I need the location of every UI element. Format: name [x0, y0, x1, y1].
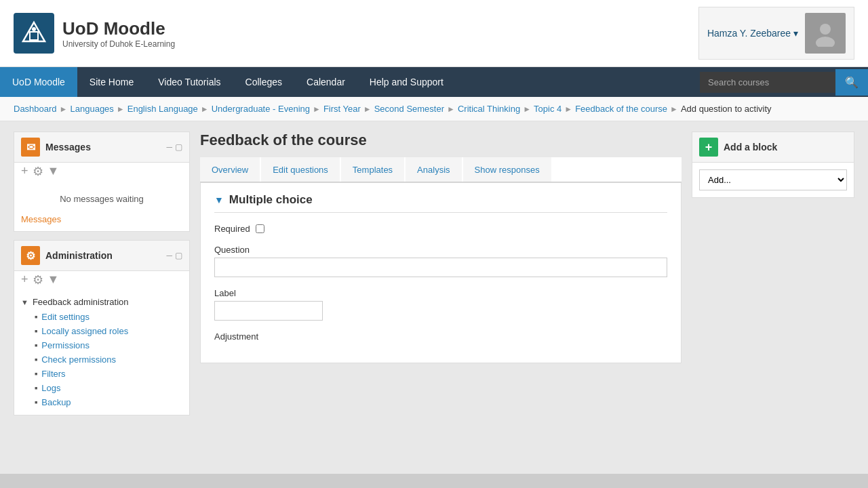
svg-point-4 [816, 37, 835, 47]
admin-item-locally-assigned-roles[interactable]: Locally assigned roles [35, 324, 182, 338]
messages-block-actions: + ⚙ ▼ [14, 163, 189, 180]
tab-edit-questions[interactable]: Edit questions [261, 157, 340, 182]
question-input[interactable] [214, 258, 667, 277]
feedback-admin-arrow: ▼ [21, 298, 28, 306]
tab-analysis[interactable]: Analysis [406, 157, 461, 182]
logo-area: UoD Moodle University of Duhok E-Learnin… [14, 13, 175, 54]
logo-text: UoD Moodle University of Duhok E-Learnin… [62, 18, 175, 49]
breadcrumb-second-semester[interactable]: Second Semester [374, 104, 444, 114]
messages-add-action[interactable]: + [21, 164, 28, 179]
add-block: + Add a block Add... [692, 131, 854, 198]
add-block-title: Add a block [724, 142, 777, 152]
site-subtitle: University of Duhok E-Learning [62, 39, 175, 49]
breadcrumb-languages[interactable]: Languages [71, 104, 114, 114]
messages-dropdown-icon[interactable]: ▼ [47, 164, 60, 179]
avatar [805, 13, 846, 54]
logo-icon [14, 13, 54, 54]
label-label: Label [214, 288, 667, 298]
add-block-select-row: Add... [699, 169, 847, 190]
admin-item-check-permissions[interactable]: Check permissions [35, 352, 182, 367]
form-section: ▼ Multiple choice Required Question Labe… [200, 182, 682, 363]
feedback-admin-label: Feedback administration [33, 297, 129, 307]
search-input[interactable] [700, 72, 835, 93]
admin-list: ▼ Feedback administration Edit settings … [14, 289, 189, 415]
content-tabs: Overview Edit questions Templates Analys… [200, 157, 682, 182]
right-sidebar: + Add a block Add... [692, 131, 854, 464]
page-title: Feedback of the course [200, 131, 682, 149]
site-title: UoD Moodle [62, 18, 175, 39]
add-block-header: + Add a block [692, 132, 854, 163]
administration-block-header: ⚙ Administration ─ ▢ [14, 241, 189, 271]
breadcrumb-feedback[interactable]: Feedback of the course [575, 104, 667, 114]
admin-add-action[interactable]: + [21, 272, 28, 287]
main-layout: ✉ Messages ─ ▢ + ⚙ ▼ No messages waiting… [0, 121, 868, 474]
required-label: Required [214, 224, 250, 234]
nav-site-home[interactable]: Site Home [77, 67, 146, 97]
nav-search-area: 🔍 [700, 69, 868, 96]
navbar: UoD Moodle Site Home Video Tutorials Col… [0, 67, 868, 97]
question-row: Question [214, 245, 667, 277]
messages-block: ✉ Messages ─ ▢ + ⚙ ▼ No messages waiting… [14, 131, 190, 232]
section-collapse-icon[interactable]: ▼ [214, 195, 224, 205]
breadcrumb-critical-thinking[interactable]: Critical Thinking [458, 104, 520, 114]
add-block-select[interactable]: Add... [699, 169, 847, 190]
messages-block-header: ✉ Messages ─ ▢ [14, 132, 189, 163]
nav-uod-moodle[interactable]: UoD Moodle [0, 67, 77, 97]
header: UoD Moodle University of Duhok E-Learnin… [0, 0, 868, 67]
breadcrumb-dashboard[interactable]: Dashboard [14, 104, 57, 114]
label-row: Label [214, 288, 667, 321]
admin-item-edit-settings[interactable]: Edit settings [35, 310, 182, 324]
breadcrumb-topic4[interactable]: Topic 4 [534, 104, 561, 114]
nav-video-tutorials[interactable]: Video Tutorials [146, 67, 233, 97]
required-checkbox[interactable] [256, 224, 264, 233]
no-messages-text: No messages waiting [21, 187, 182, 211]
messages-gear-icon[interactable]: ⚙ [33, 164, 43, 179]
question-label: Question [214, 245, 667, 255]
user-area[interactable]: Hamza Y. Zeebaree ▾ [698, 7, 854, 60]
tab-templates[interactable]: Templates [341, 157, 404, 182]
tab-overview[interactable]: Overview [200, 157, 260, 182]
feedback-admin-section: ▼ Feedback administration Edit settings … [21, 294, 182, 409]
messages-icon: ✉ [21, 138, 40, 157]
nav-calendar[interactable]: Calendar [294, 67, 357, 97]
messages-minimize[interactable]: ─ [166, 142, 172, 152]
breadcrumb-first-year[interactable]: First Year [323, 104, 361, 114]
label-input[interactable] [214, 301, 323, 321]
admin-gear-icon[interactable]: ⚙ [33, 272, 43, 287]
messages-block-controls: ─ ▢ [166, 142, 182, 152]
admin-item-backup[interactable]: Backup [35, 395, 182, 409]
messages-link[interactable]: Messages [21, 211, 182, 224]
messages-block-title: ✉ Messages [21, 138, 91, 157]
admin-item-filters[interactable]: Filters [35, 367, 182, 381]
feedback-admin-sub-list: Edit settings Locally assigned roles Per… [21, 310, 182, 409]
svg-rect-1 [30, 32, 38, 40]
section-header: ▼ Multiple choice [214, 193, 667, 213]
add-block-icon: + [699, 138, 718, 157]
administration-icon: ⚙ [21, 246, 40, 265]
svg-point-2 [32, 27, 36, 31]
left-sidebar: ✉ Messages ─ ▢ + ⚙ ▼ No messages waiting… [14, 131, 190, 464]
breadcrumb-current: Add question to activity [681, 104, 772, 114]
feedback-admin-header: ▼ Feedback administration [21, 294, 182, 310]
nav-help-support[interactable]: Help and Support [357, 67, 456, 97]
required-row: Required [214, 224, 667, 234]
tab-show-responses[interactable]: Show responses [463, 157, 551, 182]
admin-item-permissions[interactable]: Permissions [35, 338, 182, 352]
admin-item-logs[interactable]: Logs [35, 381, 182, 395]
breadcrumb-english-language[interactable]: English Language [127, 104, 198, 114]
user-name: Hamza Y. Zeebaree ▾ [707, 28, 798, 39]
admin-block-controls: ─ ▢ [166, 251, 182, 260]
admin-maximize[interactable]: ▢ [175, 251, 182, 260]
nav-colleges[interactable]: Colleges [233, 67, 294, 97]
administration-block: ⚙ Administration ─ ▢ + ⚙ ▼ ▼ Feedback ad… [14, 240, 190, 415]
main-content: Feedback of the course Overview Edit que… [200, 131, 682, 464]
breadcrumb-undergraduate-evening[interactable]: Undergraduate - Evening [212, 104, 310, 114]
messages-block-body: No messages waiting Messages [14, 180, 189, 231]
adjustment-row: Adjustment [214, 331, 667, 342]
admin-minimize[interactable]: ─ [166, 251, 172, 260]
add-block-body: Add... [692, 163, 854, 197]
search-button[interactable]: 🔍 [835, 69, 868, 96]
admin-dropdown-icon[interactable]: ▼ [47, 272, 60, 287]
admin-block-actions: + ⚙ ▼ [14, 271, 189, 289]
messages-maximize[interactable]: ▢ [175, 142, 182, 152]
